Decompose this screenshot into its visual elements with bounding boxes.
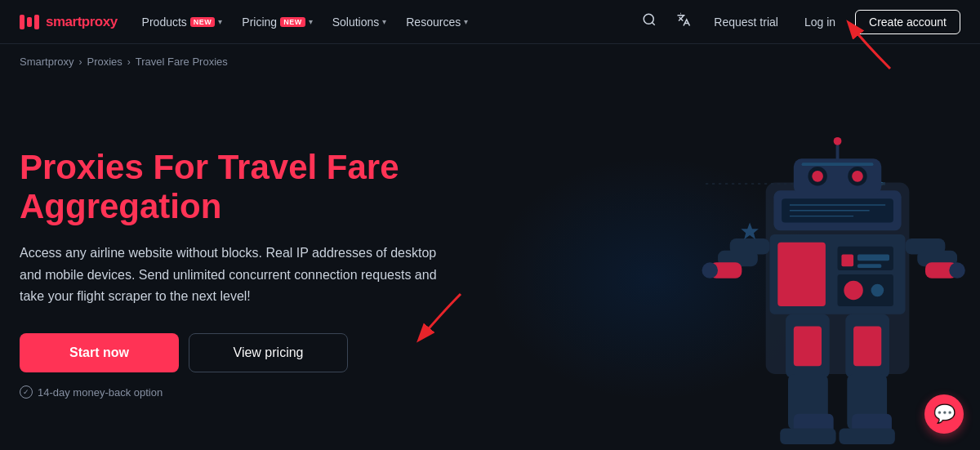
navbar: smartproxy Products NEW ▾ Pricing NEW ▾ … <box>0 0 980 44</box>
logo-bar-1 <box>20 15 24 29</box>
svg-rect-16 <box>858 254 889 261</box>
nav-right: Request trial Log in Create account <box>639 9 960 34</box>
nav-label-resources: Resources <box>406 16 461 29</box>
svg-rect-45 <box>802 163 874 166</box>
nav-label-products: Products <box>142 16 187 29</box>
svg-point-19 <box>844 280 862 299</box>
start-now-button[interactable]: Start now <box>20 333 179 372</box>
svg-rect-15 <box>841 254 853 266</box>
svg-point-42 <box>812 170 823 181</box>
nav-items: Products NEW ▾ Pricing NEW ▾ Solutions ▾… <box>134 11 639 33</box>
svg-rect-33 <box>780 428 835 444</box>
chevron-down-icon-resources: ▾ <box>464 17 468 26</box>
svg-rect-38 <box>839 428 894 444</box>
view-pricing-button[interactable]: View pricing <box>189 333 348 372</box>
hero-title: Proxies For Travel Fare Aggregation <box>20 148 477 227</box>
main-content: Proxies For Travel Fare Aggregation Acce… <box>0 74 980 448</box>
request-trial-link[interactable]: Request trial <box>707 11 785 33</box>
breadcrumb-sep-2: › <box>127 56 131 68</box>
svg-rect-13 <box>777 242 826 305</box>
nav-badge-pricing: NEW <box>280 17 305 27</box>
logo[interactable]: smartproxy <box>20 14 118 30</box>
breadcrumb-proxies[interactable]: Proxies <box>87 56 122 68</box>
logo-text-bold: proxy <box>82 14 118 29</box>
nav-item-solutions[interactable]: Solutions ▾ <box>324 11 395 33</box>
svg-rect-46 <box>836 142 840 159</box>
hero-right <box>510 102 960 445</box>
checkmark-icon: ✓ <box>20 385 33 399</box>
breadcrumb: Smartproxy › Proxies › Travel Fare Proxi… <box>0 44 980 74</box>
translate-icon[interactable] <box>673 9 694 34</box>
svg-point-24 <box>702 262 718 278</box>
svg-point-20 <box>871 283 884 296</box>
nav-badge-products: NEW <box>190 17 216 27</box>
logo-icon <box>20 15 39 29</box>
hero-buttons: Start now View pricing <box>20 333 477 372</box>
nav-label-solutions: Solutions <box>332 16 380 29</box>
chat-bubble[interactable]: 💬 <box>924 394 964 434</box>
logo-text: smartproxy <box>46 14 118 30</box>
logo-bar-3 <box>34 15 39 29</box>
breadcrumb-current: Travel Fare Proxies <box>136 56 228 68</box>
nav-item-resources[interactable]: Resources ▾ <box>398 11 476 33</box>
svg-rect-35 <box>853 326 881 366</box>
hero-left: Proxies For Travel Fare Aggregation Acce… <box>20 148 510 399</box>
svg-rect-17 <box>858 264 881 268</box>
svg-rect-30 <box>794 326 822 366</box>
breadcrumb-smartproxy[interactable]: Smartproxy <box>20 56 74 68</box>
hero-description: Access any airline website without block… <box>20 243 444 307</box>
money-back-text: 14-day money-back option <box>38 386 163 399</box>
nav-item-products[interactable]: Products NEW ▾ <box>134 11 231 33</box>
logo-text-regular: smart <box>46 14 82 29</box>
svg-point-47 <box>834 136 842 145</box>
chat-icon: 💬 <box>933 403 956 425</box>
money-back-guarantee: ✓ 14-day money-back option <box>20 385 477 399</box>
chevron-down-icon-solutions: ▾ <box>382 17 386 26</box>
svg-point-28 <box>949 262 965 278</box>
nav-label-pricing: Pricing <box>242 16 277 29</box>
search-icon[interactable] <box>639 9 660 34</box>
chevron-down-icon-pricing: ▾ <box>309 17 313 26</box>
breadcrumb-sep-1: › <box>78 56 82 68</box>
svg-marker-48 <box>741 222 758 239</box>
create-account-button[interactable]: Create account <box>855 10 960 34</box>
log-in-link[interactable]: Log in <box>798 11 842 33</box>
nav-item-pricing[interactable]: Pricing NEW ▾ <box>234 11 320 33</box>
svg-point-0 <box>644 14 654 24</box>
svg-point-44 <box>852 170 863 181</box>
chevron-down-icon-products: ▾ <box>218 17 222 26</box>
logo-bar-2 <box>27 17 32 27</box>
